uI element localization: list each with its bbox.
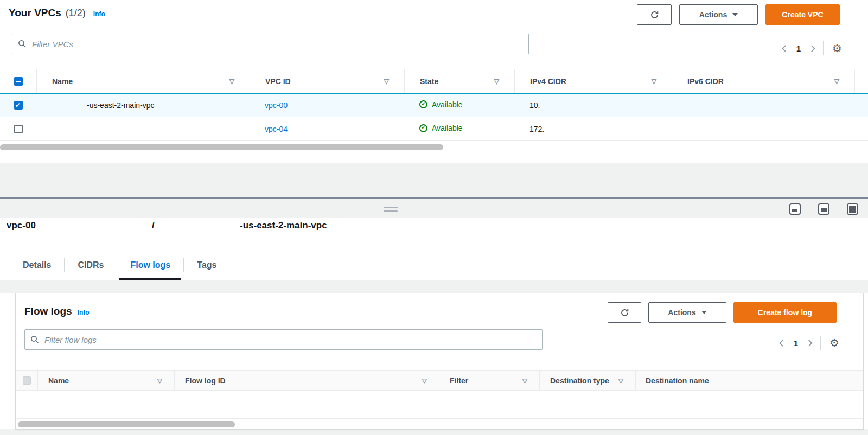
column-header-name[interactable]: Name <box>36 69 250 93</box>
vpcs-header: Your VPCs (1/2) Info <box>9 7 105 19</box>
flow-logs-info-link[interactable]: Info <box>78 309 90 316</box>
panel-background-band <box>0 280 868 293</box>
cell-vpc-id: vpc-04 <box>250 125 404 133</box>
flow-log-filter-input[interactable] <box>44 335 537 344</box>
row-checkbox-checked[interactable] <box>14 101 23 110</box>
vpc-filter-input[interactable] <box>32 40 523 49</box>
page-background-band <box>0 163 868 197</box>
flow-log-filter-box <box>24 329 543 350</box>
vpc-id-link[interactable]: vpc-00 <box>265 101 288 110</box>
column-header-flow-log-id[interactable]: Flow log ID <box>174 371 439 390</box>
actions-label: Actions <box>668 308 695 317</box>
split-panel-drag-handle-icon[interactable] <box>384 207 398 214</box>
gear-icon[interactable] <box>829 337 839 348</box>
cell-ipv6-cidr: – <box>672 125 854 133</box>
cell-vpc-id: vpc-00 <box>250 101 404 110</box>
column-header-destination-name[interactable]: Destination name <box>635 371 863 390</box>
flow-logs-card: Flow logs Info Actions Create flow log <box>15 293 864 430</box>
horizontal-scrollbar-thumb[interactable] <box>0 144 443 150</box>
pager-divider <box>820 336 821 350</box>
cell-state: Available <box>404 124 514 134</box>
row-checkbox-unchecked[interactable] <box>14 125 23 133</box>
flow-logs-title: Flow logs <box>24 305 72 317</box>
refresh-button[interactable] <box>637 4 672 25</box>
cell-state: Available <box>404 100 514 111</box>
actions-dropdown[interactable]: Actions <box>679 4 758 25</box>
column-header-filter[interactable]: Filter <box>439 371 539 390</box>
detail-title-separator: / <box>152 220 155 231</box>
search-icon <box>30 335 39 344</box>
column-header-state[interactable]: State <box>404 69 514 93</box>
gear-icon[interactable] <box>832 43 842 54</box>
create-vpc-button[interactable]: Create VPC <box>765 4 840 25</box>
sort-icon <box>618 378 623 384</box>
cell-ipv4-cidr: 10. <box>514 101 672 110</box>
tab-tags[interactable]: Tags <box>184 251 229 280</box>
detail-panel-title: vpc-00 / -us-east-2-main-vpc <box>0 220 868 236</box>
table-row-vpc-00[interactable]: -us-east-2-main-vpc vpc-00 Available 10.… <box>0 93 868 117</box>
select-all-cell <box>16 371 37 390</box>
cell-ipv6-cidr: – <box>672 101 854 110</box>
vpcs-table-header: Name VPC ID State IPv4 CIDR IPv6 CIDR <box>0 69 868 93</box>
column-header-ipv4-cidr[interactable]: IPv4 CIDR <box>514 69 672 93</box>
vpc-id-link[interactable]: vpc-04 <box>265 125 288 133</box>
flow-logs-pagination: 1 <box>780 332 839 353</box>
vpcs-toolbar-buttons: Actions Create VPC <box>637 4 840 25</box>
caret-down-icon <box>701 311 707 314</box>
status-available-icon <box>419 100 427 108</box>
sort-icon <box>422 378 427 384</box>
flow-logs-table: Name Flow log ID Filter Destination type… <box>16 370 863 419</box>
detail-tabs: Details CIDRs Flow logs Tags <box>0 251 868 280</box>
previous-page-icon[interactable] <box>779 340 786 347</box>
cell-name: – <box>36 125 250 133</box>
tab-flow-logs[interactable]: Flow logs <box>117 251 183 280</box>
select-all-checkbox-disabled <box>23 376 31 385</box>
select-all-checkbox[interactable] <box>14 77 23 86</box>
actions-dropdown[interactable]: Actions <box>648 302 726 323</box>
sort-icon <box>652 78 656 85</box>
bottom-background-band <box>0 429 868 435</box>
sort-icon <box>522 378 527 384</box>
select-all-cell <box>0 69 36 93</box>
column-header-ipv6-cidr[interactable]: IPv6 CIDR <box>672 69 854 93</box>
refresh-icon <box>650 10 659 20</box>
cell-name: -us-east-2-main-vpc <box>36 101 250 110</box>
panel-position-split-icon[interactable] <box>818 203 829 215</box>
cell-ipv4-cidr: 172. <box>514 125 672 133</box>
caret-down-icon <box>732 13 738 16</box>
refresh-button[interactable] <box>608 302 641 323</box>
vpcs-info-link[interactable]: Info <box>93 10 105 18</box>
page-number[interactable]: 1 <box>796 44 801 53</box>
row-select-cell <box>0 117 36 140</box>
vpcs-pagination: 1 <box>783 38 842 59</box>
flow-logs-empty-row <box>16 391 863 419</box>
split-panel-header-band <box>0 199 868 218</box>
next-page-icon[interactable] <box>808 45 815 52</box>
tab-details[interactable]: Details <box>10 251 64 280</box>
table-row-vpc-04[interactable]: – vpc-04 Available 172. – <box>0 117 868 141</box>
column-header-name[interactable]: Name <box>37 371 174 390</box>
column-header-vpc-id[interactable]: VPC ID <box>250 69 404 93</box>
panel-layout-buttons <box>789 203 858 215</box>
vpcs-count: (1/2) <box>66 8 86 19</box>
sort-icon <box>834 78 839 85</box>
tab-cidrs[interactable]: CIDRs <box>65 251 117 280</box>
sort-icon <box>229 78 234 85</box>
panel-position-full-icon[interactable] <box>847 203 858 215</box>
status-badge: Available <box>432 100 463 109</box>
refresh-icon <box>620 308 629 317</box>
sort-icon <box>494 78 499 85</box>
detail-title-vpc-name: -us-east-2-main-vpc <box>240 220 327 231</box>
create-flow-log-button[interactable]: Create flow log <box>733 302 837 323</box>
flow-logs-table-header: Name Flow log ID Filter Destination type… <box>16 370 863 391</box>
flow-logs-header: Flow logs Info <box>24 305 90 317</box>
page-number[interactable]: 1 <box>794 338 798 348</box>
detail-title-vpc-id: vpc-00 <box>7 220 36 231</box>
panel-position-bottom-icon[interactable] <box>789 203 801 215</box>
column-header-destination-type[interactable]: Destination type <box>539 371 635 390</box>
horizontal-scrollbar-thumb[interactable] <box>18 421 235 427</box>
status-badge: Available <box>432 124 463 132</box>
previous-page-icon[interactable] <box>782 45 789 52</box>
pager-divider <box>823 41 824 55</box>
next-page-icon[interactable] <box>806 340 813 347</box>
